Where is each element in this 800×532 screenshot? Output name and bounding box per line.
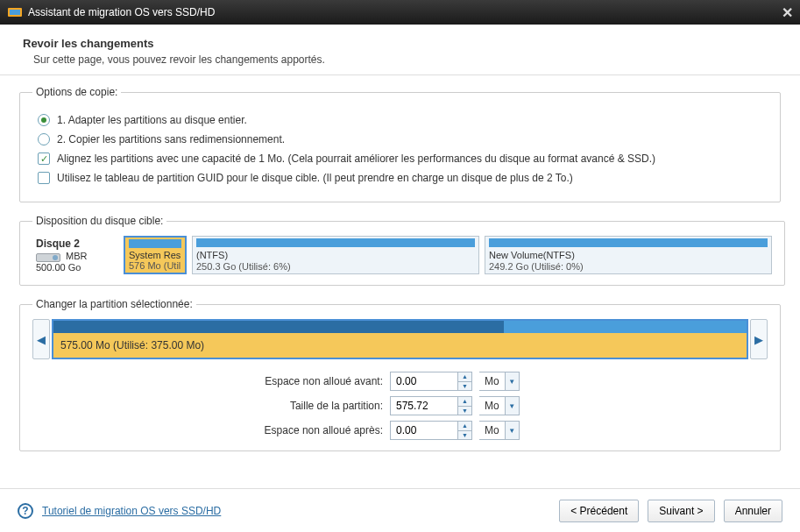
space-after-label: Espace non alloué après: <box>260 424 383 436</box>
space-before-label: Espace non alloué avant: <box>260 375 383 387</box>
spin-down-icon[interactable]: ▼ <box>458 431 471 440</box>
help-icon[interactable]: ? <box>18 503 33 519</box>
selected-partition-group: Changer la partition sélectionnée: ◀ 575… <box>19 298 781 451</box>
footer: ? Tutoriel de migration OS vers SSD/HD <… <box>0 488 800 532</box>
partition-1[interactable]: (NTFS)250.3 Go (Utilisé: 6%) <box>192 236 479 274</box>
partition-size-input[interactable] <box>391 397 457 415</box>
partition-bar <box>196 238 475 247</box>
radio-fit-disk-label: 1. Adapter les partitions au disque enti… <box>57 114 247 126</box>
selected-partition-legend: Changer la partition sélectionnée: <box>32 298 196 310</box>
selected-partition-bar <box>53 321 747 333</box>
app-icon <box>7 4 23 20</box>
partition-size-label: Taille de la partition: <box>260 400 383 412</box>
next-button[interactable]: Suivant > <box>648 500 714 522</box>
disk-layout-group: Disposition du disque cible: Disque 2MBR… <box>19 215 785 286</box>
partition-usage: 249.2 Go (Utilisé: 0%) <box>489 261 768 272</box>
partition-2[interactable]: New Volume(NTFS)249.2 Go (Utilisé: 0%) <box>485 236 772 274</box>
disk-scheme: MBR <box>66 251 87 261</box>
checkbox-align-1mb[interactable] <box>38 153 50 165</box>
copy-options-legend: Options de copie: <box>32 86 121 98</box>
partition-size-unit[interactable]: Mo▼ <box>479 396 520 415</box>
partition-label: (NTFS) <box>196 250 475 260</box>
hdd-icon <box>36 253 60 262</box>
svg-rect-1 <box>10 10 20 15</box>
partition-bar <box>489 238 768 247</box>
main-panel: Revoir les changements Sur cette page, v… <box>0 25 800 532</box>
back-button[interactable]: < Précédent <box>559 500 639 522</box>
radio-no-resize-label: 2. Copier les partitions sans redimensio… <box>57 133 285 145</box>
spin-up-icon[interactable]: ▲ <box>458 422 471 431</box>
page-heading: Revoir les changements <box>23 37 777 50</box>
selected-partition-used <box>53 321 504 333</box>
partition-label: System Res <box>129 250 181 260</box>
disk-size: 500.00 Go <box>36 262 115 273</box>
chevron-down-icon[interactable]: ▼ <box>505 397 519 415</box>
partition-0[interactable]: System Res576 Mo (Util <box>124 236 187 274</box>
selected-partition-box[interactable]: 575.00 Mo (Utilisé: 375.00 Mo) <box>52 319 748 359</box>
checkbox-align-1mb-label: Alignez les partitions avec une capacité… <box>57 153 655 165</box>
disk-info: Disque 2MBR500.00 Go <box>32 236 118 274</box>
space-before-input[interactable] <box>391 372 457 390</box>
page-subheading: Sur cette page, vous pouvez revoir les c… <box>33 53 777 66</box>
checkbox-guid[interactable] <box>38 172 50 184</box>
copy-options-group: Options de copie: 1. Adapter les partiti… <box>19 86 781 202</box>
spin-up-icon[interactable]: ▲ <box>458 397 471 407</box>
partition-usage: 250.3 Go (Utilisé: 6%) <box>196 261 475 272</box>
partition-label: New Volume(NTFS) <box>489 250 768 260</box>
selected-partition-text: 575.00 Mo (Utilisé: 375.00 Mo) <box>53 333 747 358</box>
chevron-down-icon[interactable]: ▼ <box>505 372 519 390</box>
spin-up-icon[interactable]: ▲ <box>458 372 471 382</box>
spin-down-icon[interactable]: ▼ <box>458 382 471 391</box>
space-after-spinner[interactable]: ▲▼ <box>390 421 472 440</box>
chevron-down-icon[interactable]: ▼ <box>505 422 519 439</box>
move-right-button[interactable]: ▶ <box>750 319 768 359</box>
tutorial-link[interactable]: Tutoriel de migration OS vers SSD/HD <box>42 505 221 517</box>
partition-size-spinner[interactable]: ▲▼ <box>390 396 472 415</box>
radio-no-resize[interactable] <box>38 133 50 145</box>
disk-layout-legend: Disposition du disque cible: <box>32 215 166 227</box>
cancel-button[interactable]: Annuler <box>724 500 782 522</box>
space-after-unit[interactable]: Mo▼ <box>479 421 520 440</box>
window-title: Assistant de migration OS vers SSD/HD <box>28 6 782 18</box>
space-before-unit[interactable]: Mo▼ <box>479 372 520 391</box>
page-header: Revoir les changements Sur cette page, v… <box>0 25 800 75</box>
disk-name: Disque 2 <box>36 238 115 250</box>
space-after-input[interactable] <box>391 422 457 439</box>
checkbox-guid-label: Utilisez le tableau de partition GUID po… <box>57 172 573 184</box>
spin-down-icon[interactable]: ▼ <box>458 407 471 415</box>
partition-bar <box>129 239 181 248</box>
partition-usage: 576 Mo (Util <box>129 260 181 271</box>
move-left-button[interactable]: ◀ <box>32 319 50 359</box>
titlebar: Assistant de migration OS vers SSD/HD ✕ <box>0 0 800 25</box>
radio-fit-disk[interactable] <box>38 114 50 126</box>
space-before-spinner[interactable]: ▲▼ <box>390 372 472 391</box>
close-icon[interactable]: ✕ <box>782 4 793 21</box>
